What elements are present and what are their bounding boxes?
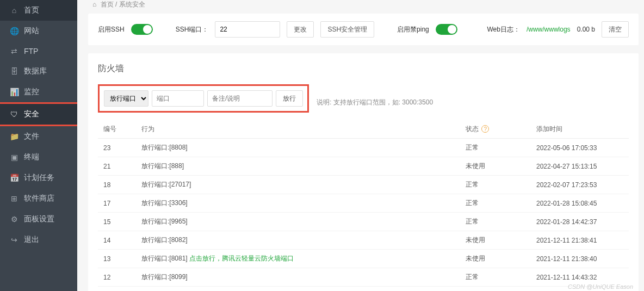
- ssh-toolbar: 启用SSH SSH端口： 更改 SSH安全管理 启用禁ping Web日志： /…: [88, 14, 639, 45]
- exit-icon: ↪: [10, 236, 18, 244]
- cell-status: 正常: [460, 176, 531, 194]
- cell-action: 放行端口:[8099]: [136, 268, 460, 287]
- th-status: 状态 ?: [460, 120, 531, 139]
- cell-time: 2022-05-06 17:05:33: [531, 139, 629, 157]
- filter-type-select[interactable]: 放行端口: [104, 90, 148, 107]
- sidebar-item-globe[interactable]: 🌐网站: [0, 21, 77, 41]
- sidebar-item-label: 终端: [24, 152, 39, 162]
- panel-title: 防火墙: [98, 63, 629, 75]
- sidebar-item-gear[interactable]: ⚙面板设置: [0, 209, 77, 230]
- breadcrumb-home[interactable]: 首页: [101, 1, 114, 8]
- clear-log-button[interactable]: 清空: [602, 21, 629, 38]
- cell-id: 11: [98, 287, 136, 292]
- cell-time: 2022-04-27 15:13:15: [531, 157, 629, 176]
- table-row: 21放行端口:[888]未使用2022-04-27 15:13:15: [98, 157, 629, 176]
- firewall-panel: 防火墙 放行端口 放行 说明: 支持放行端口范围，如: 3000:3500 编号: [88, 53, 639, 291]
- sidebar-item-exit[interactable]: ↪退出: [0, 230, 77, 250]
- cell-status: 正常: [460, 213, 531, 231]
- web-log-label: Web日志：: [487, 25, 519, 34]
- cell-id: 17: [98, 194, 136, 213]
- enable-ping-toggle[interactable]: [436, 24, 457, 35]
- terminal-icon: ▣: [10, 153, 18, 162]
- cell-time: 2022-01-28 15:08:45: [531, 194, 629, 213]
- cell-status: 未使用: [460, 157, 531, 176]
- sidebar-item-terminal[interactable]: ▣终端: [0, 147, 77, 168]
- globe-icon: 🌐: [10, 27, 18, 35]
- main-content: ⌂ 首页 / 系统安全 启用SSH SSH端口： 更改 SSH安全管理 启用禁p…: [77, 0, 644, 291]
- cell-action: 放行端口:[3306]: [136, 194, 460, 213]
- table-row: 12放行端口:[8099]正常2021-12-11 14:43:32: [98, 268, 629, 287]
- cell-id: 18: [98, 176, 136, 194]
- th-time: 添加时间: [531, 120, 629, 139]
- table-row: 15放行端口:[9965]正常2022-01-28 14:42:37: [98, 213, 629, 231]
- home-icon: ⌂: [10, 6, 18, 15]
- filter-submit-button[interactable]: 放行: [276, 90, 303, 107]
- sidebar-item-home[interactable]: ⌂首页: [0, 0, 77, 21]
- sidebar-item-label: 软件商店: [24, 194, 54, 203]
- folder-icon: 📁: [10, 132, 18, 141]
- sidebar-item-calendar[interactable]: 📅计划任务: [0, 168, 77, 188]
- chart-icon: 📊: [10, 88, 18, 96]
- firewall-table: 编号 行为 状态 ? 添加时间 23放行端口:[8808]正常2022-05-0…: [98, 120, 629, 291]
- change-port-button[interactable]: 更改: [287, 21, 314, 38]
- filter-port-input[interactable]: [152, 90, 204, 107]
- cell-id: 14: [98, 231, 136, 250]
- gear-icon: ⚙: [10, 215, 18, 224]
- extra-link[interactable]: 点击放行，腾讯云轻量云防火墙端口: [188, 255, 294, 262]
- sidebar-item-label: 文件: [24, 132, 39, 141]
- sidebar-item-grid[interactable]: ⊞软件商店: [0, 188, 77, 209]
- ssh-security-button[interactable]: SSH安全管理: [320, 21, 374, 38]
- cell-id: 23: [98, 139, 136, 157]
- sidebar-item-folder[interactable]: 📁文件: [0, 126, 77, 147]
- filter-remark-input[interactable]: [207, 90, 273, 107]
- cell-action: 放行端口:[9965]: [136, 213, 460, 231]
- sidebar-item-label: 面板设置: [24, 214, 54, 224]
- table-row: 17放行端口:[3306]正常2022-01-28 15:08:45: [98, 194, 629, 213]
- sidebar: ⌂首页🌐网站⇄FTP🗄数据库📊监控🛡安全📁文件▣终端📅计划任务⊞软件商店⚙面板设…: [0, 0, 77, 291]
- cell-time: 2021-12-11 10:53:03: [531, 287, 629, 292]
- table-row: 23放行端口:[8808]正常2022-05-06 17:05:33: [98, 139, 629, 157]
- sidebar-item-chart[interactable]: 📊监控: [0, 82, 77, 102]
- ftp-icon: ⇄: [10, 47, 18, 55]
- help-icon[interactable]: ?: [481, 125, 489, 133]
- cell-status: 正常: [460, 268, 531, 287]
- filter-bar: 放行端口 放行: [98, 84, 309, 113]
- calendar-icon: 📅: [10, 174, 18, 182]
- cell-action: 放行端口:[8082]: [136, 231, 460, 250]
- home-icon: ⌂: [92, 1, 96, 8]
- cell-time: 2021-12-11 21:38:41: [531, 231, 629, 250]
- enable-ping-label: 启用禁ping: [397, 25, 429, 34]
- cell-action: 放行端口:[8808]: [136, 139, 460, 157]
- firewall-tbody: 23放行端口:[8808]正常2022-05-06 17:05:3321放行端口…: [98, 139, 629, 292]
- sidebar-item-label: 数据库: [24, 66, 47, 76]
- sidebar-item-label: 监控: [24, 87, 39, 97]
- sidebar-item-label: 首页: [24, 5, 39, 15]
- cell-id: 21: [98, 157, 136, 176]
- cell-time: 2022-02-07 17:23:53: [531, 176, 629, 194]
- cell-status: 未使用: [460, 231, 531, 250]
- th-id: 编号: [98, 120, 136, 139]
- sidebar-item-label: 安全: [24, 109, 39, 119]
- db-icon: 🗄: [10, 67, 18, 76]
- sidebar-item-label: 网站: [24, 26, 39, 36]
- cell-action: 放行端口:[8081] 点击放行，腾讯云轻量云防火墙端口: [136, 250, 460, 268]
- enable-ssh-toggle[interactable]: [131, 24, 153, 35]
- web-log-path[interactable]: /www/wwwlogs: [527, 26, 571, 33]
- sidebar-item-ftp[interactable]: ⇄FTP: [0, 41, 77, 61]
- th-action: 行为: [136, 120, 460, 139]
- cell-time: 2021-12-11 21:38:40: [531, 250, 629, 268]
- breadcrumb-current: 系统安全: [119, 1, 145, 8]
- sidebar-item-label: 计划任务: [24, 173, 54, 183]
- cell-status: 正常: [460, 194, 531, 213]
- cell-status: 未使用: [460, 250, 531, 268]
- table-row: 13放行端口:[8081] 点击放行，腾讯云轻量云防火墙端口未使用2021-12…: [98, 250, 629, 268]
- cell-status: 未使用: [460, 287, 531, 292]
- sidebar-item-shield[interactable]: 🛡安全: [0, 102, 79, 126]
- filter-hint: 说明: 支持放行端口范围，如: 3000:3500: [317, 98, 433, 107]
- cell-action: 放行端口:[888]: [136, 157, 460, 176]
- cell-id: 15: [98, 213, 136, 231]
- sidebar-item-label: FTP: [24, 47, 38, 55]
- ssh-port-input[interactable]: [215, 21, 280, 38]
- cell-time: 2021-12-11 14:43:32: [531, 268, 629, 287]
- sidebar-item-db[interactable]: 🗄数据库: [0, 61, 77, 82]
